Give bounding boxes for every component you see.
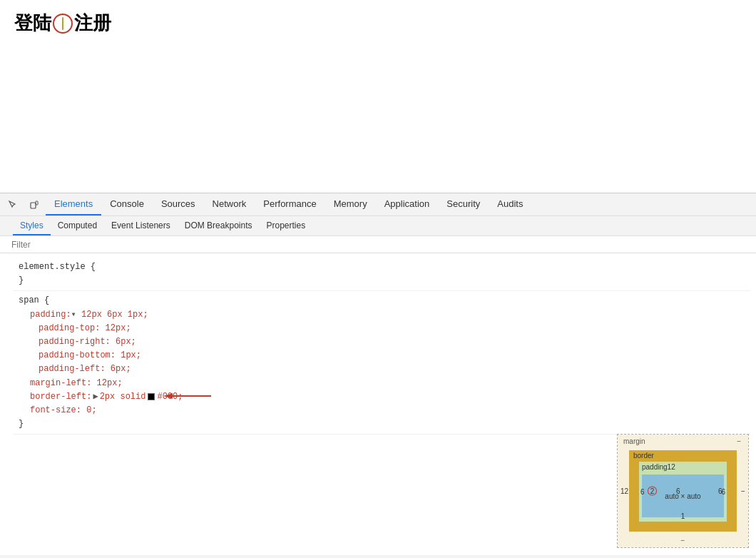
tab-sources[interactable]: Sources [153, 193, 204, 215]
border-label-text: border [633, 452, 654, 460]
svg-rect-0 [31, 203, 36, 208]
webpage-content: 登陆 注册 [0, 0, 756, 193]
svg-rect-1 [36, 201, 38, 205]
padding-label-text: padding12 [642, 463, 675, 471]
devtools-tab-list: Elements Console Sources Network Perform… [46, 193, 531, 215]
styles-content-panel: element.style { } span { padding:▾ 12px … [0, 253, 756, 555]
register-link[interactable]: 注册 [74, 11, 111, 36]
right-margin-dash: 6 [718, 487, 722, 495]
padding-right: padding-right: 6px; [19, 335, 745, 349]
font-size: font-size: 0; [19, 404, 745, 417]
right-6-border: 6 [676, 487, 680, 495]
subtab-properties[interactable]: Properties [259, 216, 312, 235]
span-selector: span { [19, 294, 745, 308]
padding-top: padding-top: 12px; [19, 322, 745, 335]
margin-label: margin [623, 437, 645, 445]
device-toggle-icon[interactable] [24, 195, 44, 215]
subtab-styles[interactable]: Styles [13, 216, 51, 235]
scroll-gutter [6, 216, 13, 235]
margin-left: margin-left: 12px; [19, 377, 745, 390]
padding-bottom: padding-bottom: 1px; [19, 349, 745, 362]
tab-console[interactable]: Console [101, 193, 153, 215]
element-style-selector: element.style { [19, 260, 745, 274]
circled-2: 2 [648, 487, 658, 496]
filter-bar [0, 236, 756, 253]
box-model-diagram: margin − border padding12 auto × auto [617, 434, 749, 548]
filter-input[interactable] [11, 240, 154, 250]
far-right-dash: − [741, 487, 745, 495]
span-css-block: span { padding:▾ 12px 6px 1px; padding-t… [13, 291, 750, 435]
bottom-dash: − [681, 537, 685, 544]
subtab-computed[interactable]: Computed [51, 216, 104, 235]
subtab-event-listeners[interactable]: Event Listeners [104, 216, 178, 235]
arrow-indicator-icon [161, 389, 218, 403]
element-style-block: element.style { } [13, 258, 750, 291]
tab-memory[interactable]: Memory [325, 193, 376, 215]
margin-dash: − [737, 437, 741, 445]
content-area: auto × auto [642, 475, 724, 517]
divider-circle-icon [53, 14, 73, 34]
border-left: border-left:▶ 2px solid #000; [19, 390, 745, 404]
tab-application[interactable]: Application [376, 193, 439, 215]
padding-shorthand: padding:▾ 12px 6px 1px; [19, 308, 745, 322]
styles-subtabs: Styles Computed Event Listeners DOM Brea… [0, 216, 756, 236]
devtools-toolbar: Elements Console Sources Network Perform… [0, 193, 756, 216]
nav-links: 登陆 注册 [14, 11, 742, 36]
color-swatch-black [148, 393, 155, 400]
subtab-dom-breakpoints[interactable]: DOM Breakpoints [178, 216, 260, 235]
tab-elements[interactable]: Elements [46, 193, 101, 215]
tab-network[interactable]: Network [204, 193, 255, 215]
devtools-panel: Elements Console Sources Network Perform… [0, 193, 756, 558]
tab-audits[interactable]: Audits [489, 193, 531, 215]
side-numbers-row: 12 2 6 6 − [618, 487, 748, 496]
element-style-close: } [19, 274, 745, 288]
padding-left: padding-left: 6px; [19, 362, 745, 376]
span-close: } [19, 417, 745, 431]
tab-security[interactable]: Security [438, 193, 489, 215]
login-link[interactable]: 登陆 [14, 11, 51, 36]
margin-area: margin − border padding12 auto × auto [618, 435, 748, 547]
padding-bottom-num: 1 [681, 512, 685, 520]
left-margin-12: 12 [620, 487, 628, 495]
divider-line-icon [62, 17, 63, 30]
inspect-element-icon[interactable] [3, 195, 23, 215]
tab-performance[interactable]: Performance [255, 193, 325, 215]
